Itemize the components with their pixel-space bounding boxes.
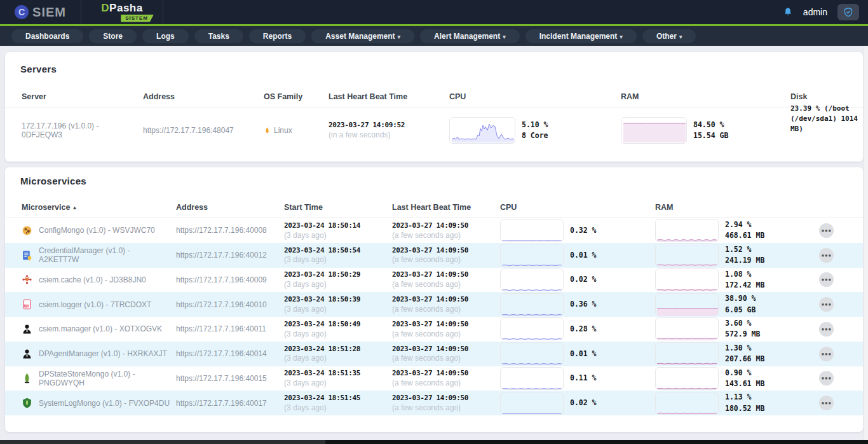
- col-ms-address: Address: [176, 203, 284, 212]
- nav-item-label: Other: [656, 32, 677, 41]
- microservice-cpu: 0.02 %: [500, 392, 655, 415]
- microservice-address: https://172.17.7.196:40014: [176, 349, 284, 358]
- microservice-row: csiem.cache (v1.0) - JD3B8JN0https://172…: [5, 268, 863, 293]
- nav-item-logs[interactable]: Logs: [142, 29, 189, 43]
- servers-title: Servers: [5, 52, 863, 74]
- server-heartbeat-time: 2023-03-27 14:09:52: [329, 121, 449, 130]
- ram-pct: 0.90 %: [725, 368, 752, 377]
- microservice-name: DPAgentManager (v1.0) - HXRKAXJT: [39, 349, 167, 358]
- sort-asc-icon: ▲: [72, 205, 77, 211]
- linux-icon: [264, 127, 271, 134]
- server-cpu-pct: 5.10 %: [522, 120, 548, 129]
- heartbeat-time: 2023-03-27 14:09:50: [392, 369, 500, 378]
- cpu-pct: 0.11 %: [570, 373, 597, 384]
- more-options-button[interactable]: ●●●: [819, 322, 834, 336]
- microservice-name-cell: csiem.manager (v1.0) - XOTXOGVK: [22, 324, 176, 335]
- start-time-relative: (3 days ago): [284, 255, 392, 264]
- svg-text:LOG: LOG: [24, 305, 29, 307]
- nav-item-tasks[interactable]: Tasks: [194, 29, 243, 43]
- microservices-table-header: Microservice▲ Address Start Time Last He…: [5, 203, 863, 218]
- nav-item-store[interactable]: Store: [89, 29, 137, 43]
- ram-sparkline: [621, 117, 687, 144]
- col-address: Address: [143, 92, 264, 101]
- start-time-relative: (3 days ago): [284, 305, 392, 314]
- microservice-ram: 0.90 %143.61 MB: [655, 367, 814, 390]
- microservice-heartbeat: 2023-03-27 14:09:50(a few seconds ago): [392, 394, 500, 412]
- heartbeat-relative: (a few seconds ago): [392, 403, 500, 412]
- microservice-address: https://172.17.7.196:40008: [176, 226, 284, 235]
- ram-values: 3.60 %572.9 MB: [725, 318, 760, 340]
- start-time: 2023-03-24 18:50:39: [284, 295, 392, 304]
- microservice-name-cell: DPAgentManager (v1.0) - HXRKAXJT: [22, 349, 176, 359]
- microservice-name-cell: LOGcsiem.logger (v1.0) - 7TRCDOXT: [22, 299, 176, 310]
- nav-item-incident-management[interactable]: Incident Management▾: [526, 29, 637, 43]
- row-actions: ●●●: [814, 297, 863, 312]
- server-ram-size: 15.54 GB: [693, 131, 728, 140]
- shield-icon: [843, 7, 853, 17]
- ram-sparkline: [655, 342, 719, 365]
- nav-item-asset-management[interactable]: Asset Management▾: [311, 29, 414, 43]
- user-menu[interactable]: admin: [803, 7, 827, 17]
- microservice-name: DPStateStoreMongo (v1.0) - PNGDWYQH: [39, 370, 171, 387]
- microservice-cpu: 0.28 %: [500, 317, 655, 340]
- cpu-pct: 0.02 %: [570, 274, 597, 285]
- nav-item-other[interactable]: Other▾: [642, 29, 696, 43]
- microservice-cpu: 0.11 %: [500, 367, 655, 390]
- row-actions: ●●●: [814, 347, 863, 361]
- microservices-title: Microservices: [5, 167, 863, 186]
- cpu-sparkline: [500, 293, 564, 316]
- more-options-button[interactable]: ●●●: [819, 347, 834, 361]
- start-time-relative: (3 days ago): [284, 403, 392, 412]
- more-options-button[interactable]: ●●●: [819, 396, 834, 410]
- heartbeat-relative: (a few seconds ago): [392, 330, 500, 338]
- more-options-button[interactable]: ●●●: [819, 371, 834, 385]
- microservice-ram: 2.94 %468.61 MB: [655, 219, 814, 242]
- ram-sparkline: [655, 244, 719, 267]
- notifications-bell-icon[interactable]: [783, 7, 793, 18]
- col-last-heartbeat: Last Heart Beat Time: [329, 92, 449, 101]
- microservice-row: SystemLogMongo (v1.0) - FVXOP4DUhttps://…: [5, 391, 863, 415]
- ram-sparkline: [655, 219, 719, 242]
- microservice-address: https://172.17.7.196:40011: [176, 324, 284, 333]
- col-microservice-sort[interactable]: Microservice▲: [22, 203, 176, 212]
- more-options-button[interactable]: ●●●: [819, 297, 834, 312]
- dpasha-logo: DPasha SİSTEM: [81, 0, 163, 24]
- nav-item-dashboards[interactable]: Dashboards: [11, 29, 83, 43]
- ram-size: 180.52 MB: [725, 404, 764, 413]
- more-options-button[interactable]: ●●●: [819, 248, 834, 263]
- microservice-cpu: 0.01 %: [500, 244, 655, 267]
- ram-size: 468.61 MB: [725, 231, 764, 240]
- microservice-cpu: 0.02 %: [500, 268, 655, 291]
- row-actions: ●●●: [814, 371, 863, 385]
- microservice-name: ConfigMongo (v1.0) - WSVJWC70: [39, 226, 155, 235]
- scrollbar-thumb[interactable]: [0, 440, 325, 444]
- more-options-button[interactable]: ●●●: [819, 223, 834, 238]
- microservice-name-cell: ConfigMongo (v1.0) - WSVJWC70: [22, 225, 176, 236]
- microservice-name-cell: CredentialManager (v1.0) - A2KETT7W: [22, 246, 176, 264]
- heartbeat-time: 2023-03-27 14:09:50: [392, 246, 500, 255]
- server-heartbeat-relative: (in a few seconds): [329, 130, 449, 139]
- server-ram-pct: 84.50 %: [693, 120, 724, 129]
- microservice-start-time: 2023-03-24 18:50:54(3 days ago): [284, 246, 392, 265]
- nav-item-reports[interactable]: Reports: [249, 29, 306, 43]
- ram-values: 0.90 %143.61 MB: [725, 368, 764, 390]
- ram-size: 172.42 MB: [725, 281, 764, 289]
- horizontal-scrollbar[interactable]: [0, 440, 868, 444]
- more-options-button[interactable]: ●●●: [819, 272, 834, 287]
- microservice-row: CredentialManager (v1.0) - A2KETT7Whttps…: [5, 243, 863, 268]
- credential-manager-icon: [22, 250, 32, 261]
- vertical-scrollbar[interactable]: [863, 46, 868, 440]
- user-shield-button[interactable]: [837, 4, 859, 20]
- sistem-badge: SİSTEM: [121, 15, 154, 22]
- microservice-start-time: 2023-03-24 18:51:28(3 days ago): [284, 345, 392, 363]
- start-time-relative: (3 days ago): [284, 378, 392, 387]
- config-mongo-icon: [22, 225, 32, 236]
- microservice-ram: 3.60 %572.9 MB: [655, 317, 814, 340]
- nav-item-alert-management[interactable]: Alert Management▾: [420, 29, 520, 43]
- microservice-start-time: 2023-03-24 18:50:49(3 days ago): [284, 320, 392, 338]
- microservices-rows: ConfigMongo (v1.0) - WSVJWC70https://172…: [5, 218, 863, 415]
- microservice-row: DPAgentManager (v1.0) - HXRKAXJThttps://…: [5, 342, 863, 366]
- c-logo-icon: C: [15, 5, 29, 19]
- cpu-sparkline: [500, 317, 564, 340]
- nav-item-label: Asset Management: [325, 32, 395, 41]
